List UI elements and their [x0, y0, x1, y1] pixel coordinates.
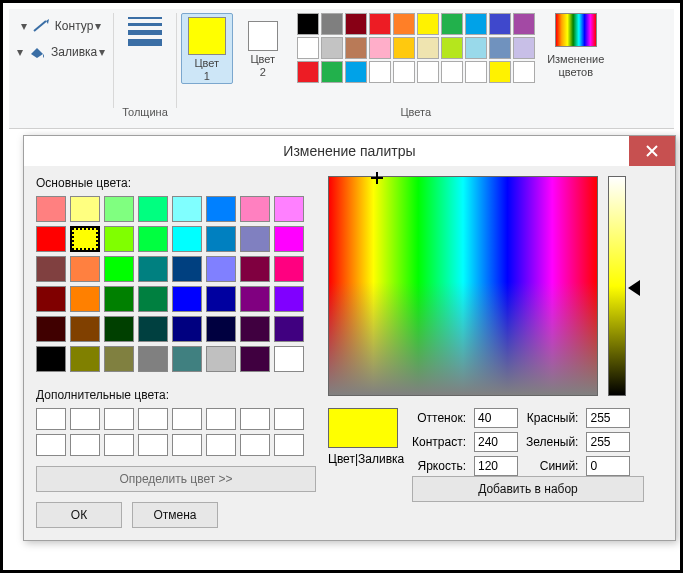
basic-color-swatch[interactable] [70, 196, 100, 222]
custom-color-swatch[interactable] [36, 434, 66, 456]
custom-color-swatch[interactable] [138, 408, 168, 430]
palette-swatch[interactable] [393, 37, 415, 59]
palette-swatch[interactable] [441, 61, 463, 83]
basic-color-swatch[interactable] [172, 256, 202, 282]
basic-color-swatch[interactable] [70, 256, 100, 282]
palette-swatch[interactable] [489, 37, 511, 59]
basic-color-swatch[interactable] [138, 256, 168, 282]
basic-color-swatch[interactable] [240, 286, 270, 312]
blue-input[interactable] [586, 456, 630, 476]
luminance-slider[interactable] [608, 176, 626, 396]
basic-color-swatch[interactable] [274, 346, 304, 372]
basic-color-swatch[interactable] [274, 196, 304, 222]
basic-color-swatch[interactable] [240, 256, 270, 282]
custom-color-swatch[interactable] [274, 408, 304, 430]
basic-color-swatch[interactable] [206, 346, 236, 372]
color1-slot[interactable]: Цвет 1 [181, 13, 233, 84]
basic-color-swatch[interactable] [274, 256, 304, 282]
palette-swatch[interactable] [321, 61, 343, 83]
custom-color-swatch[interactable] [240, 408, 270, 430]
define-color-button[interactable]: Определить цвет >> [36, 466, 316, 492]
basic-color-swatch[interactable] [240, 346, 270, 372]
basic-color-swatch[interactable] [36, 286, 66, 312]
basic-color-swatch[interactable] [172, 286, 202, 312]
palette-swatch[interactable] [345, 37, 367, 59]
custom-color-swatch[interactable] [240, 434, 270, 456]
basic-color-swatch[interactable] [206, 226, 236, 252]
palette-swatch[interactable] [489, 61, 511, 83]
palette-swatch[interactable] [393, 61, 415, 83]
basic-color-swatch[interactable] [206, 256, 236, 282]
close-button[interactable] [629, 136, 675, 166]
basic-color-swatch[interactable] [104, 346, 134, 372]
basic-color-swatch[interactable] [70, 316, 100, 342]
palette-swatch[interactable] [345, 13, 367, 35]
palette-swatch[interactable] [513, 37, 535, 59]
ok-button[interactable]: ОК [36, 502, 122, 528]
basic-color-swatch[interactable] [138, 226, 168, 252]
palette-swatch[interactable] [441, 13, 463, 35]
custom-color-swatch[interactable] [206, 434, 236, 456]
basic-color-swatch[interactable] [240, 226, 270, 252]
palette-swatch[interactable] [465, 61, 487, 83]
basic-color-swatch[interactable] [172, 316, 202, 342]
basic-color-swatch[interactable] [206, 286, 236, 312]
custom-color-swatch[interactable] [172, 434, 202, 456]
palette-swatch[interactable] [393, 13, 415, 35]
hue-input[interactable] [474, 408, 518, 428]
palette-swatch[interactable] [513, 61, 535, 83]
titlebar[interactable]: Изменение палитры [24, 136, 675, 166]
basic-color-swatch[interactable] [104, 286, 134, 312]
basic-color-swatch[interactable] [36, 316, 66, 342]
basic-color-swatch[interactable] [206, 316, 236, 342]
palette-swatch[interactable] [489, 13, 511, 35]
custom-color-swatch[interactable] [138, 434, 168, 456]
cancel-button[interactable]: Отмена [132, 502, 218, 528]
thickness-group[interactable]: Толщина [116, 9, 174, 128]
basic-color-swatch[interactable] [240, 196, 270, 222]
basic-color-swatch[interactable] [104, 226, 134, 252]
basic-color-swatch[interactable] [104, 196, 134, 222]
palette-swatch[interactable] [465, 13, 487, 35]
palette-swatch[interactable] [297, 13, 319, 35]
basic-color-swatch[interactable] [274, 226, 304, 252]
add-to-set-button[interactable]: Добавить в набор [412, 476, 644, 502]
basic-color-swatch[interactable] [172, 196, 202, 222]
basic-color-swatch[interactable] [206, 196, 236, 222]
palette-swatch[interactable] [369, 13, 391, 35]
color-field[interactable] [328, 176, 598, 396]
basic-color-swatch[interactable] [70, 286, 100, 312]
custom-color-swatch[interactable] [104, 434, 134, 456]
palette-swatch[interactable] [417, 61, 439, 83]
palette-swatch[interactable] [345, 61, 367, 83]
basic-color-swatch[interactable] [138, 286, 168, 312]
fill-row[interactable]: ▾ Заливка ▾ [15, 41, 105, 63]
palette-swatch[interactable] [369, 37, 391, 59]
basic-color-swatch[interactable] [36, 196, 66, 222]
basic-color-swatch[interactable] [36, 256, 66, 282]
palette-swatch[interactable] [417, 37, 439, 59]
custom-color-swatch[interactable] [70, 408, 100, 430]
green-input[interactable] [586, 432, 630, 452]
custom-color-swatch[interactable] [36, 408, 66, 430]
basic-color-swatch[interactable] [104, 316, 134, 342]
basic-color-swatch[interactable] [138, 346, 168, 372]
basic-color-swatch[interactable] [138, 196, 168, 222]
basic-color-swatch[interactable] [36, 346, 66, 372]
sat-input[interactable] [474, 432, 518, 452]
palette-swatch[interactable] [321, 37, 343, 59]
lum-input[interactable] [474, 456, 518, 476]
custom-color-swatch[interactable] [70, 434, 100, 456]
basic-color-swatch[interactable] [36, 226, 66, 252]
basic-color-swatch[interactable] [172, 226, 202, 252]
color2-slot[interactable]: Цвет 2 [237, 13, 289, 79]
edit-colors-button[interactable]: Изменение цветов [541, 9, 611, 128]
palette-swatch[interactable] [513, 13, 535, 35]
basic-color-swatch[interactable] [274, 316, 304, 342]
basic-color-swatch[interactable] [172, 346, 202, 372]
basic-color-swatch[interactable] [274, 286, 304, 312]
palette-swatch[interactable] [465, 37, 487, 59]
basic-color-swatch[interactable] [70, 226, 100, 252]
palette-swatch[interactable] [441, 37, 463, 59]
custom-color-swatch[interactable] [206, 408, 236, 430]
